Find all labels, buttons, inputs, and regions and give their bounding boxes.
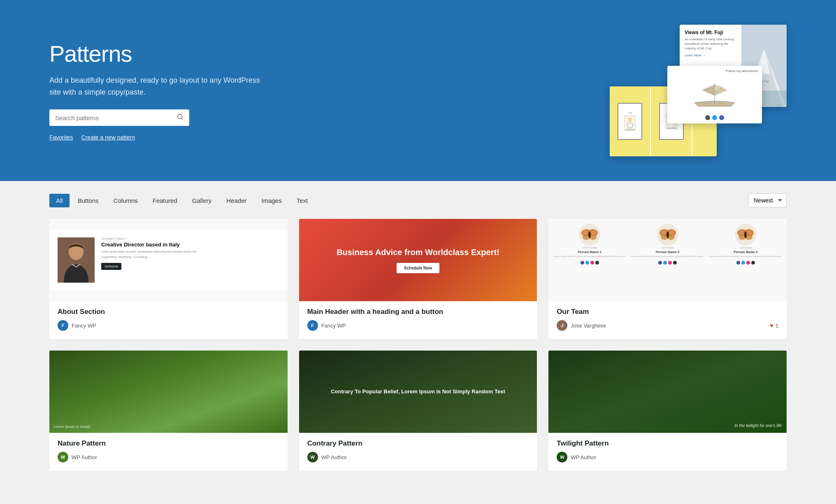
author-name-twilight: WP Author: [571, 454, 596, 460]
filter-tab-header[interactable]: Header: [220, 194, 253, 207]
pattern-card-twilight[interactable]: In the twilight for one's life Twilight …: [548, 351, 787, 471]
pattern-card-nature[interactable]: Lorem Ipsum is simply Nature Pattern W W…: [49, 351, 288, 471]
filter-tab-gallery[interactable]: Gallery: [186, 194, 218, 207]
pattern-name-twilight: Twilight Pattern: [557, 439, 778, 448]
author-avatar-team: J: [557, 320, 567, 331]
pattern-info-team: Our Team J Jose Varghese ♥ 1: [548, 301, 787, 339]
svg-point-23: [588, 232, 591, 238]
filter-tab-buttons[interactable]: Buttons: [71, 194, 105, 207]
team-desc-1: Lorem ipsum dolor sit amet consectetur a…: [553, 255, 627, 258]
author-name-contrary: WP Author: [321, 454, 347, 460]
heart-icon: ♥: [770, 322, 773, 329]
filter-tab-all[interactable]: All: [49, 194, 70, 207]
hero-left: Patterns Add a beautifully designed, rea…: [49, 40, 263, 141]
team-role-3: Co-Founder: [739, 246, 752, 249]
filter-tab-images[interactable]: Images: [255, 194, 288, 207]
hero-collage: Views of Mt. Fuji An exhibition of early…: [610, 25, 787, 156]
about-tags: Copywriting / Marketing / Consulting: [101, 255, 279, 258]
pattern-card-team[interactable]: CEO Founder Person Name 1 Lorem ipsum do…: [548, 219, 787, 339]
collage-follow-text: Follow my adventures: [667, 66, 762, 74]
pattern-info-header: Main Header with a heading and a button …: [299, 301, 537, 339]
about-text: I'M FANCY TRACY Creative Director based …: [101, 237, 279, 270]
collage-fuji-title: Views of Mt. Fuji: [685, 30, 736, 35]
team-role-1: CEO Founder: [582, 246, 597, 249]
filter-tab-featured[interactable]: Featured: [146, 194, 184, 207]
author-name-about: Fancy WP: [72, 323, 96, 329]
pattern-preview-about: I'M FANCY TRACY Creative Director based …: [49, 219, 288, 301]
header-preview-cta[interactable]: Schedule Now: [397, 263, 439, 273]
social-other-2: [673, 261, 677, 265]
team-name-3: Person Name 3: [734, 250, 757, 254]
create-pattern-link[interactable]: Create a new pattern: [81, 134, 135, 141]
filter-tab-text[interactable]: Text: [290, 194, 315, 207]
team-avatar-3: [735, 224, 756, 245]
svg-point-0: [178, 114, 182, 119]
nature-preview-inner: Lorem Ipsum is simply: [49, 351, 288, 433]
pattern-likes-team: ♥ 1: [770, 322, 778, 329]
pattern-author-twilight: W WP Author: [557, 452, 778, 462]
favorites-link[interactable]: Favorites: [49, 134, 73, 141]
pattern-card-about[interactable]: I'M FANCY TRACY Creative Director based …: [49, 219, 288, 339]
social-facebook-2: [658, 261, 662, 265]
search-button[interactable]: [171, 109, 189, 126]
collage-ship-image: [667, 74, 762, 114]
social-other-1: [595, 261, 599, 265]
svg-point-33: [669, 230, 674, 235]
pattern-author-contrary: W WP Author: [307, 452, 529, 462]
team-member-1: CEO Founder Person Name 1 Lorem ipsum do…: [552, 224, 627, 265]
pattern-preview-contrary: Contrary To Popular Belief, Lorem Ipsum …: [299, 351, 537, 433]
author-avatar-nature: W: [58, 452, 68, 462]
svg-point-25: [591, 230, 596, 235]
filter-bar: All Buttons Columns Featured Gallery Hea…: [49, 193, 787, 207]
pattern-info-contrary: Contrary Pattern W WP Author: [299, 433, 537, 471]
pattern-author-header: F Fancy WP: [307, 320, 529, 331]
hero-subtitle: Add a beautifully designed, ready to go …: [49, 74, 263, 98]
collage-card-ship: Follow my adventures: [667, 66, 762, 123]
social-twitter-1: [585, 261, 589, 265]
social-facebook-3: [736, 261, 740, 265]
social-instagram-2: [668, 261, 672, 265]
about-preview-inner: I'M FANCY TRACY Creative Director based …: [49, 229, 288, 291]
main-content: All Buttons Columns Featured Gallery Hea…: [0, 181, 836, 483]
about-name: Creative Director based in Italy: [101, 242, 279, 248]
collage-tarot-card: VIII THE MOON: [610, 86, 650, 156]
filter-tabs: All Buttons Columns Featured Gallery Hea…: [49, 194, 314, 207]
team-desc-3: Lorem ipsum dolor sit amet consectetur a…: [709, 255, 783, 258]
about-schedule-button[interactable]: Schedule: [101, 263, 121, 270]
author-name-team: Jose Varghese: [571, 323, 606, 329]
svg-point-32: [661, 230, 666, 235]
twilight-text: In the twilight for one's life: [734, 423, 782, 428]
collage-social-icons: [667, 114, 762, 123]
team-social-2: [658, 261, 677, 265]
sort-select[interactable]: Newest Oldest Popular: [748, 193, 787, 207]
team-member-3: Co-Founder Person Name 3 Lorem ipsum dol…: [708, 224, 783, 265]
contrary-preview-inner: Contrary To Popular Belief, Lorem Ipsum …: [299, 351, 537, 433]
about-portrait: [58, 237, 95, 283]
team-desc-2: Lorem ipsum dolor sit amet consectetur a…: [631, 255, 704, 258]
collage-fuji-desc: An exhibition of early 20th century wood…: [685, 37, 736, 51]
social-facebook-1: [581, 261, 584, 265]
team-name-2: Person Name 2: [656, 250, 680, 254]
social-twitter-3: [741, 261, 745, 265]
pattern-preview-nature: Lorem Ipsum is simply: [49, 351, 288, 433]
social-instagram-3: [746, 261, 750, 265]
pattern-info-about: About Section F Fancy WP: [49, 301, 288, 339]
pattern-preview-header: Business Advice from Worldclass Expert! …: [299, 219, 537, 301]
svg-point-39: [744, 232, 747, 238]
pattern-info-nature: Nature Pattern W WP Author: [49, 433, 288, 471]
twilight-preview-inner: In the twilight for one's life: [548, 351, 787, 433]
team-name-1: Person Name 1: [578, 250, 601, 254]
pattern-card-contrary[interactable]: Contrary To Popular Belief, Lorem Ipsum …: [299, 351, 537, 471]
svg-point-41: [747, 230, 752, 235]
pattern-name-nature: Nature Pattern: [58, 439, 279, 448]
search-bar[interactable]: [49, 109, 189, 126]
team-social-1: [581, 261, 599, 265]
pattern-card-header[interactable]: Business Advice from Worldclass Expert! …: [299, 219, 537, 339]
author-name-nature: WP Author: [72, 454, 97, 460]
search-input[interactable]: [49, 110, 171, 125]
search-icon: [177, 114, 183, 120]
filter-tab-columns[interactable]: Columns: [107, 194, 144, 207]
author-name-header: Fancy WP: [321, 323, 346, 329]
author-avatar-contrary: W: [307, 452, 318, 462]
team-avatar-1: [579, 224, 600, 245]
